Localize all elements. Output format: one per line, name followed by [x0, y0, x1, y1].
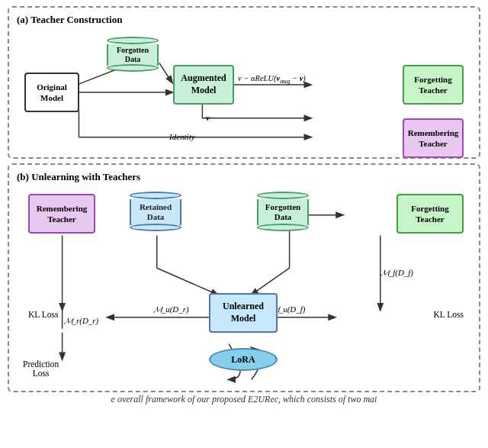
section-b: (b) Unlearning with Teachers [8, 163, 480, 392]
caption-text: e overall framework of our proposed E2UR… [111, 394, 377, 404]
section-b-label: (b) Unlearning with Teachers [17, 171, 471, 183]
ret-cyl-top [130, 192, 181, 199]
forg-cyl-body-b: Forgotten Data [257, 199, 309, 225]
section-b-inner: 𝓜_r(D_r) 𝓜_u(D_r) 𝓜_u(D_f) 𝓜_f(D_f) Reme… [17, 188, 471, 394]
svg-line-10 [157, 268, 217, 295]
identity-label: Identity [169, 132, 195, 141]
unlearned-model-label: Unlearned Model [223, 301, 264, 324]
forgotten-data-cylinder-b: Forgotten Data [257, 192, 309, 231]
prediction-loss: Prediction Loss [23, 359, 59, 378]
forgetting-teacher-box-b: Forgetting Teacher [396, 194, 464, 234]
svg-text:𝓜_f(D_f): 𝓜_f(D_f) [380, 268, 413, 278]
kl-loss-right-label: KL Loss [433, 310, 464, 319]
forgetting-teacher-label-a: Forgetting Teacher [414, 74, 451, 96]
ret-cyl-bot [130, 224, 181, 231]
section-a-label: (a) Teacher Construction [17, 14, 471, 26]
forgetting-teacher-label-b: Forgetting Teacher [411, 203, 448, 225]
ret-cyl-body: Retained Data [130, 199, 181, 225]
cyl-top-a [107, 37, 159, 44]
v-text: v [206, 113, 210, 122]
original-model-box: Original Model [24, 73, 79, 112]
svg-text:𝓜_u(D_r): 𝓜_u(D_r) [152, 305, 189, 314]
remembering-teacher-label-a: Remembering Teacher [408, 127, 459, 150]
svg-text:𝓜_r(D_r): 𝓜_r(D_r) [63, 316, 99, 326]
remembering-teacher-box-a: Remembering Teacher [403, 118, 464, 158]
forg-cyl-top-b [257, 192, 309, 199]
retained-data-cylinder: Retained Data [130, 192, 181, 231]
section-a: (a) Teacher Construction [8, 6, 480, 159]
kl-loss-left-label: KL Loss [28, 310, 59, 319]
lora-oval: LoRA [209, 348, 278, 371]
identity-text: Identity [169, 132, 195, 141]
forgotten-data-cylinder-a: Forgotten Data [107, 37, 159, 72]
v-label: v [206, 113, 210, 122]
svg-line-1 [159, 63, 172, 82]
forgotten-data-label-a: Forgotten Data [117, 46, 149, 64]
svg-line-13 [252, 268, 290, 295]
remembering-teacher-label-b: Remembering Teacher [37, 203, 88, 225]
cyl-bot-a [107, 64, 159, 72]
augmented-model-box: Augmented Model [173, 65, 234, 105]
forgotten-data-label-b: Forgotten Data [265, 202, 300, 222]
augmented-model-label: Augmented Model [181, 73, 226, 96]
caption: e overall framework of our proposed E2UR… [8, 394, 480, 405]
original-model-label: Original Model [37, 82, 67, 104]
remembering-teacher-box-b: Remembering Teacher [28, 194, 95, 234]
forg-cyl-bot-b [257, 224, 309, 231]
formula-text: v − αReLU(vaug − v) [238, 74, 306, 82]
formula-label: v − αReLU(vaug − v) [238, 73, 306, 85]
prediction-loss-label: Prediction Loss [23, 359, 59, 378]
section-a-inner: Original Model Forgotten Data Augmented … [17, 31, 471, 160]
cyl-body-a: Forgotten Data [107, 44, 159, 66]
unlearned-model-box: Unlearned Model [209, 293, 278, 333]
kl-loss-left: KL Loss [28, 310, 59, 319]
main-container: (a) Teacher Construction [8, 6, 480, 392]
forgetting-teacher-box-a: Forgetting Teacher [403, 65, 464, 105]
lora-label: LoRA [231, 354, 255, 366]
kl-loss-right: KL Loss [433, 310, 464, 319]
retained-data-label: Retained Data [140, 202, 172, 222]
